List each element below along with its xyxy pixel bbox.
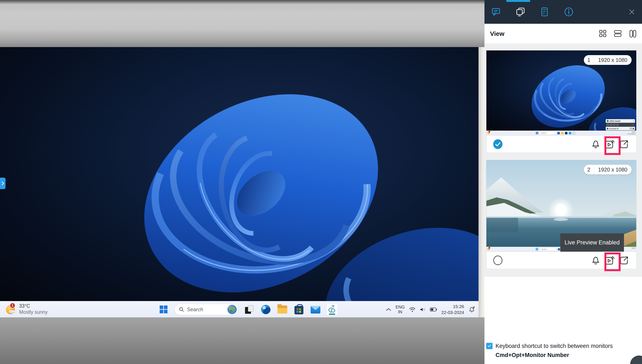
thumb-assist-title: Zoho Assist [609,120,632,122]
layout-rows-button[interactable] [614,30,622,38]
notification-dnd-icon[interactable] [468,306,475,313]
language-indicator[interactable]: ENG IN [395,305,405,314]
tab-session-info[interactable] [564,7,573,16]
monitor-card-1: 1 1920 x 1080 Zoho Assist × ⋯ Soumya M [486,50,636,153]
live-preview-icon [605,256,615,265]
thumb-clock: 15:2622-03-2024 [627,131,635,135]
weather-desc: Mostly sunny [19,309,48,315]
thumb-weather-icon [487,132,490,134]
monitors-icon [516,7,525,16]
monitor-1-selected-radio[interactable] [493,139,503,149]
folder-icon [278,306,287,314]
external-link-icon [620,256,629,265]
external-link-icon [620,140,629,148]
monitor-number: 1 [584,57,594,63]
remote-desktop-view[interactable]: 1 33°C Mostly sunny Search [0,47,479,317]
lang-line1: ENG [395,305,405,310]
tab-session-notes[interactable] [540,7,549,16]
layout-grid-button[interactable] [599,30,606,38]
thumb-assist-user: Soumya M [609,128,629,130]
columns-layout-icon [629,30,636,38]
keyboard-shortcut-combo: Cmd+Opt+Monitor Number [496,352,635,358]
layout-columns-button[interactable] [629,30,636,38]
start-button[interactable] [158,304,169,316]
backdrop-top [0,0,485,47]
monitor-1-resolution-badge: 1 1920 x 1080 [584,55,631,65]
session-panel-expand-tab[interactable] [0,178,6,189]
chevron-right-icon [1,181,5,186]
assist-sidebar: View [485,0,642,364]
windows-taskbar: 1 33°C Mostly sunny Search [0,301,479,317]
monitor-1-notify-button[interactable] [592,140,600,148]
bell-icon [592,256,600,265]
taskbar-search[interactable]: Search [174,304,238,315]
tab-chat[interactable] [492,7,501,16]
mail-button[interactable] [310,304,321,316]
thumb-avatar [607,128,608,130]
live-preview-icon [605,140,615,149]
view-header: View [485,24,642,44]
thumb-zoho-logo [606,120,609,122]
notes-panel-icon [541,7,548,16]
monitor-2-resolution-badge: 2 1920 x 1080 [584,165,631,174]
monitor-2-select-radio[interactable] [493,255,503,266]
thumb-start-icon [536,132,538,134]
active-tab-indicator [506,0,530,2]
thumb-zoho-icon [573,132,575,134]
tray-chevron-up-icon[interactable] [386,308,391,311]
thumb-assist-window: Zoho Assist × ⋯ Soumya M [606,119,635,130]
thumb-close-icon: × [633,120,634,122]
monitor-1-live-preview-button[interactable] [605,140,615,149]
windows-logo-icon [160,306,167,313]
monitor-resolution: 1920 x 1080 [594,167,631,173]
battery-icon[interactable] [430,308,437,312]
live-preview-tooltip: Live Preview Enabled [560,234,624,252]
task-view-icon [245,305,254,314]
tab-monitors[interactable] [516,7,525,16]
edge-button[interactable] [260,304,271,316]
thumb-pause-icon [536,248,539,250]
monitor-resolution: 1920 x 1080 [594,57,631,63]
monitor-2-actions [486,252,636,269]
taskbar-weather-widget[interactable]: 1 33°C Mostly sunny [6,303,48,315]
ms-store-button[interactable] [293,304,304,316]
zoho-assist-taskbar-button[interactable] [327,304,338,316]
search-placeholder: Search [187,306,225,312]
weather-sun-icon: 1 [6,304,17,314]
monitor-card-2: 2 1920 x 1080 Search 15:26 Live Preview … [486,160,636,269]
checkmark-icon [487,344,492,348]
lang-line2: IN [398,310,402,314]
monitor-number: 2 [584,167,594,173]
search-icon [179,307,184,312]
sidebar-toolbar [485,0,642,24]
thumb-store-icon [565,132,567,134]
keyboard-shortcut-label: Keyboard shortcut to switch between moni… [496,342,613,350]
edge-icon [261,305,271,314]
backdrop-right [479,47,485,317]
selected-check-icon [493,139,503,149]
info-icon [564,7,573,16]
monitor-1-open-new-window-button[interactable] [620,140,629,148]
remote-session-area: 1 33°C Mostly sunny Search [0,0,485,364]
monitor-2-open-new-window-button[interactable] [620,256,629,265]
thumb-edge-icon [557,132,560,134]
monitor-2-notify-button[interactable] [592,256,600,265]
radio-unselected-icon [493,255,503,266]
tray-date: 22-03-2024 [441,310,464,315]
thumb-mail-icon [569,132,571,134]
monitor-2-live-preview-button[interactable] [605,256,615,265]
file-explorer-button[interactable] [277,304,288,316]
monitor-list: 1 1920 x 1080 Zoho Assist × ⋯ Soumya M [485,44,642,277]
close-icon [629,9,635,15]
task-view-button[interactable] [244,304,255,316]
sidebar-close-button[interactable] [627,7,636,16]
thumb-globe-icon [558,248,560,250]
thumb-weather-icon [487,248,490,250]
thumb-clock: 15:26 [631,248,635,249]
clock[interactable]: 15:26 22-03-2024 [441,304,464,315]
wifi-icon[interactable] [409,307,415,312]
keyboard-shortcut-checkbox[interactable] [486,343,493,349]
thumb-taskbar: Search 15:2622-03-2024 [486,130,636,136]
monitor-1-thumbnail[interactable]: 1 1920 x 1080 Zoho Assist × ⋯ Soumya M [486,50,636,136]
speaker-icon[interactable] [420,307,426,312]
